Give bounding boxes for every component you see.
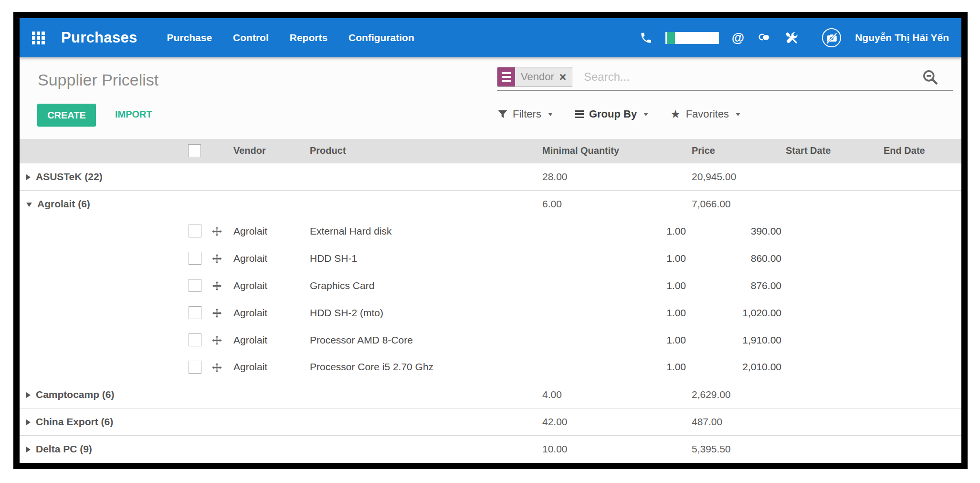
header-price[interactable]: Price [688, 139, 783, 163]
pricelist-table-body: ASUSTeK (22)28.0020,945.00Agrolait (6)6.… [20, 163, 961, 462]
timer-progress-fill [667, 32, 675, 44]
row-checkbox[interactable] [189, 306, 201, 319]
chat-bubbles-icon[interactable] [757, 32, 772, 44]
menu-configuration[interactable]: Configuration [348, 32, 414, 43]
row-drag-handle-cell[interactable] [210, 245, 230, 272]
chevron-down-icon [736, 113, 740, 116]
search-zoom-out-icon[interactable] [921, 68, 939, 88]
row-price: 390.00 [688, 217, 783, 245]
page-title: Supplier Pricelist [38, 71, 158, 89]
timer-progress-widget[interactable] [665, 32, 719, 44]
top-navbar: Purchases Purchase Control Reports Confi… [20, 18, 961, 57]
expand-arrow-icon[interactable] [26, 447, 31, 452]
row-product: Processor Core i5 2.70 Ghz [306, 354, 537, 381]
menu-control[interactable]: Control [233, 32, 269, 43]
search-input[interactable]: Search... [584, 70, 630, 84]
row-product: Graphics Card [306, 272, 537, 299]
expand-arrow-icon[interactable] [26, 419, 31, 425]
pricelist-row[interactable]: AgrolaitGraphics Card1.00876.00 [20, 272, 961, 299]
pricelist-row[interactable]: AgrolaitProcessor AMD 8-Core1.001,910.00 [20, 326, 961, 354]
row-vendor: Agrolait [230, 354, 306, 381]
group-row[interactable]: ASUSTeK (22)28.0020,945.00 [20, 163, 961, 190]
search-facet-vendor[interactable]: Vendor × [497, 67, 572, 87]
tools-icon[interactable] [785, 31, 799, 45]
group-label: Agrolait (6) [37, 198, 90, 209]
row-checkbox[interactable] [189, 279, 201, 292]
expand-arrow-icon[interactable] [26, 174, 31, 180]
camera-off-icon [826, 32, 838, 44]
row-checkbox[interactable] [189, 252, 201, 265]
pricelist-row[interactable]: AgrolaitHDD SH-11.00860.00 [20, 245, 961, 272]
group-start-date-cell [783, 381, 881, 408]
user-avatar[interactable] [822, 28, 841, 47]
group-row[interactable]: Agrolait (6)6.007,066.00 [20, 190, 961, 217]
group-row[interactable]: Delta PC (9)10.005,395.50 [20, 435, 961, 462]
row-checkbox-cell [188, 299, 210, 326]
search-bar[interactable]: Vendor × Search... [497, 65, 953, 91]
row-drag-handle-cell[interactable] [210, 326, 230, 354]
favorites-dropdown[interactable]: ★ Favorites [670, 108, 740, 120]
row-drag-handle-cell[interactable] [210, 354, 230, 381]
row-drag-handle-cell[interactable] [210, 217, 230, 245]
row-end-date [881, 245, 961, 272]
header-end-date[interactable]: End Date [881, 139, 961, 163]
drag-handle-icon [211, 308, 222, 319]
import-button[interactable]: IMPORT [112, 108, 155, 120]
create-button[interactable]: CREATE [37, 104, 96, 127]
facet-remove-icon[interactable]: × [559, 71, 567, 83]
app-title[interactable]: Purchases [61, 29, 137, 46]
header-vendor[interactable]: Vendor [230, 139, 306, 163]
menu-reports[interactable]: Reports [290, 32, 327, 43]
row-product: HDD SH-1 [306, 245, 537, 272]
row-checkbox[interactable] [189, 333, 201, 346]
group-row[interactable]: Camptocamp (6)4.002,629.00 [20, 381, 961, 408]
pricelist-row[interactable]: AgrolaitHDD SH-2 (mto)1.001,020.00 [20, 299, 961, 326]
group-row[interactable]: China Export (6)42.00487.00 [20, 408, 961, 435]
row-vendor: Agrolait [230, 326, 306, 354]
group-end-date-cell [881, 435, 961, 462]
row-indent-cell [20, 272, 188, 299]
header-product[interactable]: Product [306, 139, 537, 163]
row-min-qty: 1.00 [537, 299, 688, 326]
control-panel: Supplier Pricelist CREATE IMPORT Vendor … [20, 57, 961, 139]
collapse-arrow-icon[interactable] [26, 203, 32, 207]
row-start-date [783, 354, 881, 381]
group-end-date-cell [881, 381, 961, 408]
header-start-date[interactable]: Start Date [783, 139, 881, 163]
select-all-checkbox[interactable] [188, 144, 201, 157]
row-checkbox-cell [188, 326, 210, 354]
row-price: 1,020.00 [688, 299, 783, 326]
group-min-qty-total: 6.00 [537, 190, 688, 217]
user-name[interactable]: Nguyễn Thị Hải Yến [855, 32, 949, 43]
apps-grid-icon[interactable] [32, 32, 45, 44]
row-product: External Hard disk [306, 217, 537, 245]
row-drag-handle-cell[interactable] [210, 272, 230, 299]
row-start-date [783, 245, 881, 272]
row-start-date [783, 217, 881, 245]
row-checkbox[interactable] [189, 361, 201, 374]
funnel-icon [498, 110, 507, 118]
group-min-qty-total: 4.00 [537, 381, 688, 408]
filters-dropdown[interactable]: Filters [498, 108, 553, 120]
group-start-date-cell [783, 163, 881, 190]
systray: @ [640, 28, 949, 47]
expand-arrow-icon[interactable] [26, 392, 31, 398]
group-price-total: 5,395.50 [688, 435, 783, 462]
group-by-icon [575, 110, 584, 118]
app-window: Purchases Purchase Control Reports Confi… [13, 12, 968, 469]
row-end-date [881, 299, 961, 326]
phone-icon[interactable] [640, 32, 653, 44]
pricelist-row[interactable]: AgrolaitExternal Hard disk1.00390.00 [20, 217, 961, 245]
group-label-cell: ASUSTeK (22) [20, 163, 537, 190]
pricelist-row[interactable]: AgrolaitProcessor Core i5 2.70 Ghz1.002,… [20, 354, 961, 381]
group-label-cell: China Export (6) [20, 408, 537, 435]
mentions-at-icon[interactable]: @ [732, 32, 744, 44]
header-minimal-quantity[interactable]: Minimal Quantity [537, 139, 688, 163]
star-icon: ★ [670, 108, 681, 120]
group-by-dropdown[interactable]: Group By [575, 108, 648, 120]
group-start-date-cell [783, 190, 881, 217]
menu-purchase[interactable]: Purchase [167, 32, 212, 43]
row-vendor: Agrolait [230, 245, 306, 272]
row-checkbox[interactable] [189, 225, 201, 237]
row-drag-handle-cell[interactable] [210, 299, 230, 326]
